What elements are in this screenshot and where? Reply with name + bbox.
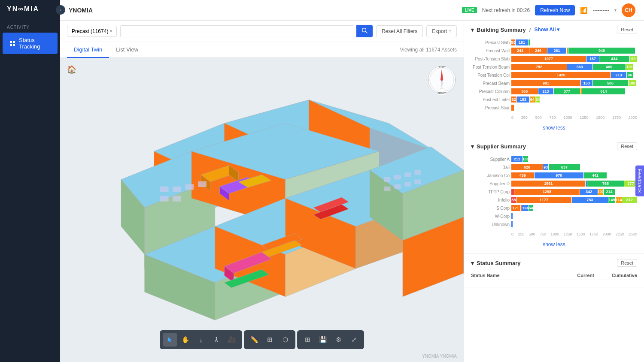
- chart-row[interactable]: Supplier A211100: [471, 156, 637, 162]
- chart-row-bars: 1298342100214: [511, 189, 637, 195]
- search-input[interactable]: [120, 25, 353, 37]
- tabs: Digital Twin List View Viewing all 11674…: [60, 42, 464, 58]
- user-info: ••••••••••: [592, 8, 609, 13]
- supplier-summary-show-less[interactable]: show less: [471, 239, 637, 248]
- toolbar-btn-expand[interactable]: ⤢: [347, 333, 361, 347]
- chart-row-label: S Corp: [471, 206, 510, 211]
- chart-row[interactable]: Precast Beam981153506100: [471, 80, 637, 86]
- sidebar-collapse-button[interactable]: ‹: [56, 5, 65, 15]
- chart-row[interactable]: Post ext Lintel621836464: [471, 97, 637, 103]
- svg-text:L: L: [428, 78, 430, 81]
- chart-row[interactable]: Precast Column365213377614: [471, 88, 637, 94]
- toolbar-btn-area[interactable]: ⊞: [263, 333, 276, 347]
- toolbar-group-view: ⊞ 💾 ⚙ ⤢: [297, 330, 364, 349]
- supplier-summary-reset[interactable]: Reset: [617, 142, 637, 150]
- chart-row[interactable]: Post-Tension Slab107718743499: [471, 56, 637, 62]
- bar-segment: 214: [604, 189, 615, 195]
- toolbar-btn-pencil[interactable]: ✏️: [247, 333, 261, 347]
- status-table-header: Status Name Current Cumulative: [471, 271, 637, 280]
- chart-row-bars: [511, 213, 637, 219]
- export-button[interactable]: Export ↑: [426, 25, 457, 37]
- user-avatar[interactable]: CH: [622, 3, 635, 17]
- chart-row[interactable]: Unknown: [471, 221, 637, 227]
- 3d-viewer[interactable]: TOP BOT L R FRONT: [60, 58, 464, 362]
- building-summary-section: ▾ Building Summary / Show All ▾ Reset Pr…: [464, 21, 644, 137]
- chart-row[interactable]: Jamison Co459970441: [471, 172, 637, 178]
- chart-row-label: Post ext Lintel: [471, 97, 510, 102]
- toolbar-btn-select[interactable]: [163, 333, 177, 347]
- chart-row[interactable]: Supplier D1561765277: [471, 181, 637, 187]
- toolbar-btn-zoom[interactable]: ↓: [194, 333, 208, 347]
- status-summary-reset[interactable]: Reset: [617, 259, 637, 267]
- toolbar-btn-save[interactable]: 💾: [316, 333, 330, 347]
- bar-segment: 213: [611, 72, 626, 78]
- bar-segment: 981: [511, 80, 580, 86]
- toolbar-btn-camera[interactable]: 🎥: [225, 333, 239, 347]
- building-summary-show-less[interactable]: show less: [471, 122, 637, 132]
- live-badge: LIVE: [462, 7, 477, 13]
- collapse-chevron-icon[interactable]: ▾: [471, 143, 474, 150]
- collapse-chevron-icon[interactable]: ▾: [471, 27, 474, 33]
- bar-segment: 171: [511, 205, 520, 211]
- svg-rect-2: [10, 44, 12, 46]
- svg-rect-57: [404, 172, 411, 177]
- chart-row-bars: 1561765277: [511, 181, 637, 187]
- bar-segment: 100: [598, 189, 603, 195]
- chart-row[interactable]: Post Tension Beam792363465101: [471, 64, 637, 70]
- chart-row[interactable]: Precast Slab59181: [471, 39, 637, 45]
- feedback-tab[interactable]: Feedback: [635, 166, 644, 196]
- chart-row[interactable]: Precast Stair: [471, 105, 637, 111]
- bar-segment: [586, 181, 587, 187]
- collapse-chevron-icon[interactable]: ▾: [471, 260, 474, 266]
- bar-segment: 614: [582, 88, 625, 94]
- svg-text:TOP: TOP: [439, 66, 445, 69]
- toolbar-btn-shape[interactable]: ⬡: [278, 333, 292, 347]
- bar-segment: 124: [522, 205, 529, 211]
- building-summary-chart: Precast Slab59181Precast Wall24424626194…: [471, 38, 637, 115]
- show-all-button[interactable]: Show All ▾: [534, 27, 559, 33]
- svg-point-73: [216, 337, 217, 338]
- supplier-summary-chart: Supplier A211100Bali62093637Jamison Co45…: [471, 154, 637, 231]
- bar-segment: [511, 105, 514, 111]
- bar-segment: 96: [627, 72, 633, 78]
- toolbar-group-navigation: ✋ ↓ 🎥: [160, 330, 242, 349]
- bar-segment: 506: [593, 80, 628, 86]
- svg-rect-61: [404, 182, 411, 187]
- sidebar-item-status-tracking[interactable]: Status Tracking: [3, 33, 58, 54]
- search-button[interactable]: [356, 25, 373, 37]
- chart-row-bars: 459970441: [511, 172, 637, 178]
- chart-row[interactable]: Infolio881177783149114312: [471, 197, 637, 203]
- toolbar-btn-pan[interactable]: ✋: [179, 333, 192, 347]
- refresh-now-button[interactable]: Refresh Now: [535, 5, 575, 15]
- bar-segment: 64: [530, 97, 535, 103]
- bar-segment: [521, 205, 522, 211]
- chart-row-label: Infolio: [471, 198, 510, 202]
- svg-rect-62: [414, 179, 421, 184]
- home-button[interactable]: 🏠: [67, 65, 76, 74]
- chart-row[interactable]: Bali62093637: [471, 164, 637, 170]
- toolbar-btn-layout[interactable]: ⊞: [301, 333, 314, 347]
- bar-segment: 187: [586, 56, 599, 62]
- chart-row[interactable]: TPTP Corp1298342100214: [471, 189, 637, 195]
- chart-row-label: Precast Wall: [471, 48, 510, 53]
- bar-segment: 99: [630, 56, 637, 62]
- reset-filters-button[interactable]: Reset All Filters: [376, 25, 423, 37]
- bar-segment: 940: [568, 48, 635, 54]
- svg-rect-46: [160, 196, 169, 202]
- logo-text: YN∞MIA: [7, 5, 39, 13]
- bar-segment: 62: [511, 97, 516, 103]
- chart-row[interactable]: W-Corp: [471, 213, 637, 219]
- bar-segment: 211: [511, 156, 522, 162]
- svg-rect-0: [10, 41, 12, 43]
- tab-list-view[interactable]: List View: [109, 42, 145, 58]
- filter-dropdown[interactable]: Precast (11674) ▾: [67, 26, 117, 37]
- chart-row[interactable]: Post Tension Col142021396: [471, 72, 637, 78]
- building-summary-reset[interactable]: Reset: [617, 26, 637, 33]
- toolbar-btn-walk[interactable]: [210, 333, 223, 347]
- tab-digital-twin[interactable]: Digital Twin: [67, 42, 109, 58]
- main-content: YNOMIA LIVE Next refresh in 00:26 Refres…: [60, 0, 644, 362]
- chart-row[interactable]: S Corp17112464: [471, 205, 637, 211]
- bar-segment: [567, 48, 568, 54]
- chart-row[interactable]: Precast Wall244246261940: [471, 48, 637, 54]
- toolbar-btn-settings[interactable]: ⚙: [331, 333, 345, 347]
